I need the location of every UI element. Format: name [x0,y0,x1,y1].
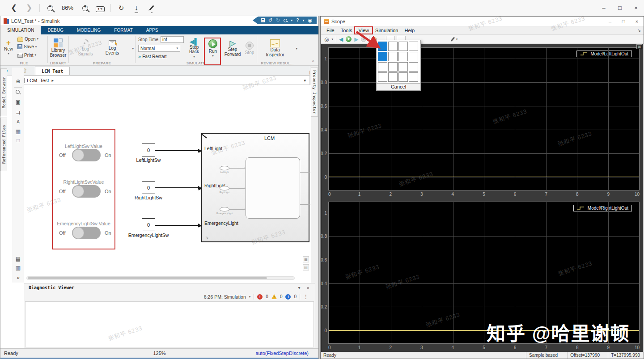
scope-menu-simulation[interactable]: Simulation [372,27,401,34]
simulation-mode-select[interactable]: Normal ▾ [138,45,180,52]
layout-cell-2-0[interactable] [378,62,387,72]
plot-axes-rightlightout[interactable]: Model/RightLightOut 10.80.60.40.20 [328,202,640,344]
stop-time-input[interactable] [161,36,184,43]
constant-block-EmergencyLightSw[interactable]: 0 [142,218,155,231]
highlight-pen-icon[interactable] [452,36,453,42]
constant-block-LeftLightSw[interactable]: 0 [142,144,155,156]
fast-restart-button[interactable]: » Fast Restart [138,54,167,59]
stop-button[interactable]: Stop [244,36,255,61]
run-button[interactable]: Run ▾ [205,36,221,61]
ribbon-tab-simulation[interactable]: SIMULATION [0,26,41,34]
legend-leftlightout[interactable]: Model/LeftLightOut [576,51,632,57]
collapse-ribbon-icon[interactable]: ^ [312,59,314,64]
status-solver[interactable]: auto(FixedStepDiscrete) [255,351,309,356]
close-button[interactable]: × [630,19,644,24]
model-canvas[interactable]: LCM LeftLight RightLight EmergencyLight … [24,85,311,283]
ribbon-tab-modeling[interactable]: MODELING [70,26,107,34]
chevron-down-icon[interactable]: ▾ [291,19,292,22]
constant-block-RightLightSw[interactable]: 0 [142,181,155,194]
more-options-icon[interactable]: ⋮ [303,294,309,300]
subsystem-badge-icon[interactable]: ▥ [12,265,24,271]
rotate-icon[interactable]: ↻ [114,4,129,12]
toggle-switch-1[interactable] [72,149,101,161]
download-icon[interactable]: ↓ [129,4,144,13]
actual-size-icon[interactable]: 1:1 [93,4,108,13]
forward-icon[interactable]: ❯ [21,3,37,13]
layout-cell-0-2[interactable] [398,42,408,51]
step-back-icon[interactable]: ◀ [339,37,343,42]
canvas-zoom-button[interactable]: ▦ [303,256,309,262]
minimize-button[interactable]: – [603,19,617,24]
library-browser-button[interactable]: Library Browser [49,36,67,59]
canvas-overview-button[interactable]: ▤ [303,264,309,270]
breadcrumb-model-name[interactable]: LCM_Test [27,78,49,83]
gallery-expand-icon[interactable]: ▾ [132,47,134,51]
layout-cell-3-0[interactable] [378,72,387,82]
chevron-down-icon[interactable]: ▾ [304,78,306,83]
layout-cell-0-1[interactable] [388,42,398,51]
close-panel-icon[interactable]: × [307,285,309,291]
layout-cell-1-1[interactable] [388,52,398,61]
zoom-icon[interactable] [16,90,20,94]
document-tab[interactable]: LCM_Test [35,67,70,75]
dock-icon[interactable]: ↘ [637,28,641,33]
chevron-down-icon[interactable]: ▾ [302,19,304,22]
layout-cell-2-2[interactable] [398,62,408,72]
zoom-out-icon[interactable]: − [42,4,58,13]
layout-cell-0-3[interactable] [409,42,418,51]
run-icon[interactable] [346,36,352,42]
shape-icon[interactable]: □ [12,137,24,144]
resources-icon[interactable]: ◉ [308,18,312,23]
zoom-in-icon[interactable]: + [77,4,93,13]
help-icon[interactable]: ? [296,18,299,23]
layout-cell-3-2[interactable] [398,72,408,82]
plot-axes-leftlightout[interactable]: Model/LeftLightOut 10.80.60.40.20 [328,47,640,190]
layout-cell-1-2[interactable] [398,52,408,61]
close-button[interactable]: × [628,4,644,11]
layout-cell-1-3[interactable] [409,52,418,61]
maximize-button[interactable]: □ [617,19,630,24]
layout-cell-2-1[interactable] [388,62,398,72]
layout-cell-3-1[interactable] [388,72,398,82]
undo-icon[interactable]: ↺ [268,18,272,23]
open-button[interactable]: Open ▾ [17,36,38,42]
minimize-button[interactable]: – [596,4,612,11]
image-icon[interactable]: ▦ [12,128,24,135]
cancel-button[interactable]: Cancel [377,83,420,90]
chevron-down-icon[interactable]: ▾ [456,38,458,41]
save-button[interactable]: Save ▾ [17,44,37,49]
scrollbar-thumb[interactable] [28,277,267,279]
back-icon[interactable]: ❮ [6,3,21,13]
maximize-button[interactable]: □ [612,4,628,11]
breadcrumb[interactable]: LCM_Test ▸ ▾ [13,76,310,85]
print-button[interactable]: Print ▾ [17,52,36,58]
stop-icon[interactable] [361,37,366,42]
ribbon-tab-format[interactable]: FORMAT [107,26,139,34]
chevron-down-icon[interactable]: ▾ [296,47,297,51]
step-forward-button[interactable]: ▶ Step Forward [223,36,242,61]
log-signals-button[interactable]: Log Signals [74,36,97,59]
expand-strip-icon[interactable]: » [12,275,24,281]
scope-menu-tools[interactable]: Tools [338,27,356,34]
chevron-down-icon[interactable]: ▾ [249,295,251,299]
new-button[interactable]: + New ▾ [2,36,15,59]
model-browser-tab[interactable]: Model Browser [0,68,7,116]
data-inspector-button[interactable]: Data Inspector [263,36,288,61]
save-icon[interactable] [261,18,265,22]
signal-routing-icon[interactable]: ⇉ [12,110,24,116]
collapse-panel-icon[interactable]: ▾ [298,285,301,290]
toggle-switch-2[interactable] [72,185,101,198]
edit-icon[interactable] [144,4,159,13]
fit-to-view-icon[interactable]: ▣ [12,99,24,105]
log-events-button[interactable]: Log Events [101,36,123,59]
search-icon[interactable] [284,19,287,22]
annotation-icon[interactable]: A [12,119,24,124]
lcm-subsystem-block[interactable]: LCM LeftLight RightLight EmergencyLight … [201,133,309,242]
diagnostic-session-select[interactable]: 6:26 PM: Simulation [204,294,246,300]
scope-menu-view[interactable]: View [355,27,372,34]
hide-browser-icon[interactable]: ⊕ [12,78,24,84]
chevron-down-icon[interactable]: ▾ [331,38,333,41]
layout-cell-0-0[interactable] [378,42,387,51]
layout-cell-2-3[interactable] [409,62,418,72]
step-back-button[interactable]: ◀▌ Step Back ▾ [186,36,203,61]
